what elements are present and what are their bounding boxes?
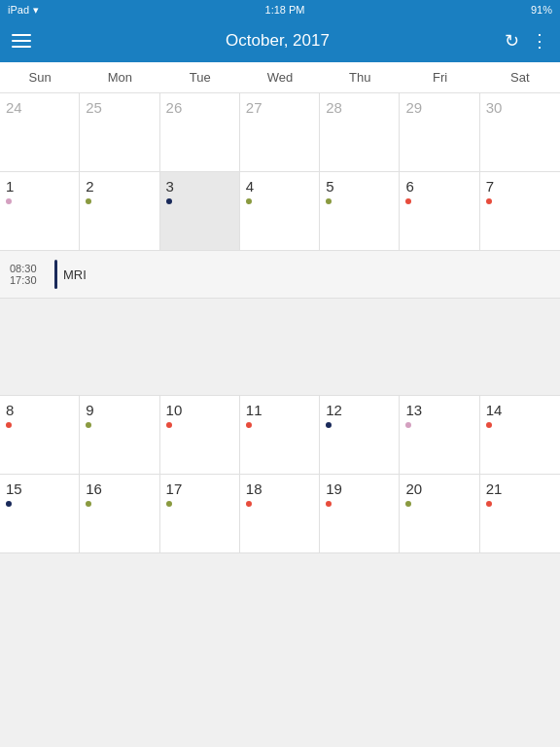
header-tue: Tue	[160, 62, 240, 92]
day-cell-oct17[interactable]: 17	[160, 475, 240, 552]
day-cell-oct15[interactable]: 15	[0, 475, 80, 552]
toolbar: October, 2017 ↻ ⋮	[0, 19, 560, 62]
event-dot	[326, 501, 332, 507]
event-dot	[486, 198, 492, 204]
calendar: Sun Mon Tue Wed Thu Fri Sat 24 25 26 27 …	[0, 62, 560, 553]
event-dot	[166, 198, 172, 204]
header-sat: Sat	[480, 62, 560, 92]
day-cell-oct21[interactable]: 21	[480, 475, 560, 552]
toolbar-right: ↻ ⋮	[505, 30, 548, 52]
status-right: 91%	[531, 4, 552, 16]
wifi-icon: ▾	[33, 4, 39, 17]
menu-button[interactable]	[12, 34, 51, 48]
day-cell[interactable]: 30	[480, 93, 560, 171]
event-dot	[166, 501, 172, 507]
header-fri: Fri	[400, 62, 479, 92]
day-cell-oct2[interactable]: 2	[80, 172, 159, 250]
day-cell-oct18[interactable]: 18	[240, 475, 320, 552]
event-item[interactable]: 08:30 17:30 MRI	[10, 257, 550, 292]
week-row-1: 24 25 26 27 28 29 30	[0, 93, 560, 172]
event-dot	[405, 501, 411, 507]
month-year-label: October, 2017	[226, 31, 330, 51]
day-cell[interactable]: 29	[400, 93, 479, 171]
day-headers: Sun Mon Tue Wed Thu Fri Sat	[0, 62, 560, 93]
toolbar-left	[12, 34, 51, 48]
toolbar-center: October, 2017	[226, 31, 330, 51]
event-bar	[54, 260, 57, 289]
day-cell-oct20[interactable]: 20	[400, 475, 479, 552]
header-thu: Thu	[320, 62, 400, 92]
event-dot	[86, 198, 91, 204]
event-dot	[486, 422, 492, 428]
event-label: MRI	[63, 267, 87, 282]
day-cell-oct1[interactable]: 1	[0, 172, 80, 250]
week-row-days-2: 1 2 3 4 5 6 7	[0, 172, 560, 251]
week-row-4: 15 16 17 18 19 20 21	[0, 475, 560, 553]
week-row-3: 8 9 10 11 12 13 14	[0, 396, 560, 475]
status-time: 1:18 PM	[265, 4, 305, 16]
day-cell[interactable]: 25	[80, 93, 159, 171]
event-dot	[246, 501, 252, 507]
event-dot	[246, 422, 252, 428]
day-cell[interactable]: 24	[0, 93, 80, 171]
event-dot	[6, 422, 12, 428]
more-button[interactable]: ⋮	[531, 30, 548, 52]
day-cell[interactable]: 26	[160, 93, 240, 171]
header-sun: Sun	[0, 62, 80, 92]
status-bar: iPad ▾ 1:18 PM 91%	[0, 0, 560, 19]
event-time: 08:30 17:30	[10, 263, 49, 286]
day-cell-oct10[interactable]: 10	[160, 396, 240, 474]
header-mon: Mon	[80, 62, 159, 92]
day-cell-oct19[interactable]: 19	[320, 475, 400, 552]
refresh-button[interactable]: ↻	[505, 30, 519, 52]
day-cell[interactable]: 28	[320, 93, 400, 171]
event-dot	[6, 198, 12, 204]
day-cell-oct9[interactable]: 9	[80, 396, 159, 474]
event-dot	[246, 198, 252, 204]
day-cell-oct7[interactable]: 7	[480, 172, 560, 250]
day-cell[interactable]: 27	[240, 93, 320, 171]
day-cell-oct3[interactable]: 3	[160, 172, 240, 250]
header-wed: Wed	[240, 62, 320, 92]
week-row-2: 1 2 3 4 5 6 7	[0, 172, 560, 396]
detail-filler	[0, 299, 560, 396]
event-dot	[86, 501, 91, 507]
event-dot	[326, 422, 332, 428]
battery-label: 91%	[531, 4, 552, 16]
day-cell-oct16[interactable]: 16	[80, 475, 159, 552]
day-cell-oct8[interactable]: 8	[0, 396, 80, 474]
status-left: iPad ▾	[8, 4, 39, 17]
event-dot	[405, 198, 411, 204]
day-cell-oct5[interactable]: 5	[320, 172, 400, 250]
event-dot	[486, 501, 492, 507]
day-cell-oct11[interactable]: 11	[240, 396, 320, 474]
carrier-label: iPad	[8, 4, 29, 16]
day-cell-oct14[interactable]: 14	[480, 396, 560, 474]
event-dot	[326, 198, 332, 204]
day-cell-oct12[interactable]: 12	[320, 396, 400, 474]
event-dot	[405, 422, 411, 428]
day-cell-oct4[interactable]: 4	[240, 172, 320, 250]
event-dot	[166, 422, 172, 428]
day-cell-oct6[interactable]: 6	[400, 172, 479, 250]
event-dot	[6, 501, 12, 507]
event-dot	[86, 422, 91, 428]
day-cell-oct13[interactable]: 13	[400, 396, 479, 474]
expanded-detail: 08:30 17:30 MRI	[0, 251, 560, 299]
